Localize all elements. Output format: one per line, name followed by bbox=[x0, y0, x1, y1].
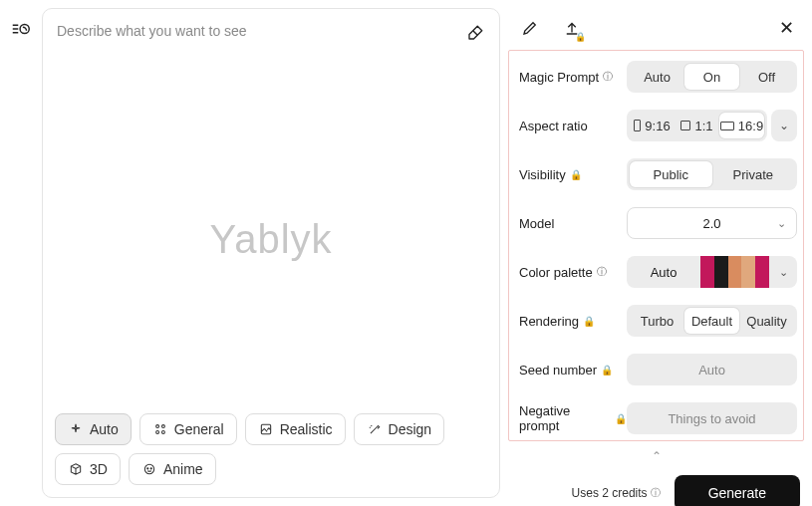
image-icon bbox=[258, 421, 274, 437]
seg-magic-prompt: Auto On Off bbox=[627, 61, 797, 93]
cube-icon bbox=[68, 461, 84, 477]
svg-point-2 bbox=[161, 425, 164, 428]
pencil-icon[interactable] bbox=[518, 16, 542, 40]
label-seed: Seed number bbox=[519, 363, 597, 378]
info-icon[interactable]: ⓘ bbox=[603, 70, 613, 84]
upload-icon[interactable]: 🔒 bbox=[560, 16, 584, 40]
grid-icon bbox=[152, 421, 168, 437]
aspect-1-1[interactable]: 1:1 bbox=[675, 113, 719, 138]
magic-prompt-off[interactable]: Off bbox=[739, 64, 794, 90]
collapse-icon[interactable]: ⌃ bbox=[508, 449, 804, 463]
label-visibility: Visibility bbox=[519, 167, 566, 182]
palette-caret-icon[interactable]: ⌄ bbox=[769, 256, 797, 288]
logo-icon bbox=[10, 18, 32, 506]
svg-point-6 bbox=[144, 464, 153, 473]
swatch-5 bbox=[755, 256, 769, 288]
label-rendering: Rendering bbox=[519, 314, 579, 329]
lock-icon: 🔒 bbox=[583, 316, 595, 327]
credits-text: Uses 2 credits ⓘ bbox=[572, 486, 661, 500]
watermark-text: Yablyk bbox=[209, 217, 332, 262]
swatch-1 bbox=[700, 256, 714, 288]
style-chips: Auto General Realistic Design bbox=[55, 413, 487, 485]
face-icon bbox=[141, 461, 157, 477]
svg-point-7 bbox=[147, 468, 148, 469]
palette-swatch[interactable] bbox=[700, 256, 769, 288]
info-icon[interactable]: ⓘ bbox=[651, 486, 661, 500]
row-seed: Seed number 🔒 bbox=[519, 354, 797, 385]
magic-prompt-auto[interactable]: Auto bbox=[630, 64, 684, 90]
row-model: Model 2.0 ⌄ bbox=[519, 207, 797, 239]
visibility-public[interactable]: Public bbox=[630, 161, 712, 187]
seed-input[interactable] bbox=[627, 354, 797, 385]
sparkle-icon bbox=[68, 421, 84, 437]
footer: Uses 2 credits ⓘ Generate bbox=[508, 463, 804, 506]
style-chip-3d[interactable]: 3D bbox=[55, 453, 121, 485]
seg-rendering: Turbo Default Quality bbox=[627, 305, 797, 337]
portrait-icon bbox=[634, 120, 641, 131]
swatch-3 bbox=[728, 256, 742, 288]
chip-label: Anime bbox=[163, 461, 203, 477]
prompt-row bbox=[43, 9, 499, 51]
aspect-9-16[interactable]: 9:16 bbox=[630, 113, 675, 138]
visibility-private[interactable]: Private bbox=[712, 161, 795, 187]
rendering-quality[interactable]: Quality bbox=[739, 308, 794, 334]
info-icon[interactable]: ⓘ bbox=[597, 265, 607, 279]
magic-prompt-on[interactable]: On bbox=[684, 64, 739, 90]
style-chip-general[interactable]: General bbox=[139, 413, 237, 445]
lock-icon: 🔒 bbox=[575, 32, 586, 42]
row-color-palette: Color palette ⓘ Auto ⌄ bbox=[519, 256, 797, 288]
model-value: 2.0 bbox=[702, 216, 720, 231]
row-visibility: Visibility 🔒 Public Private bbox=[519, 158, 797, 190]
seg-visibility: Public Private bbox=[627, 158, 797, 190]
top-icon-row: 🔒 ✕ bbox=[508, 8, 804, 50]
swatch-4 bbox=[741, 256, 755, 288]
prompt-input[interactable] bbox=[57, 23, 465, 39]
chip-label: Auto bbox=[90, 421, 119, 437]
left-gutter bbox=[0, 0, 42, 506]
chip-label: Design bbox=[389, 421, 432, 437]
label-aspect-ratio: Aspect ratio bbox=[519, 119, 588, 133]
rendering-turbo[interactable]: Turbo bbox=[630, 308, 684, 334]
row-rendering: Rendering 🔒 Turbo Default Quality bbox=[519, 305, 797, 337]
aspect-16-9[interactable]: 16:9 bbox=[719, 113, 764, 138]
swatch-2 bbox=[714, 256, 728, 288]
close-icon[interactable]: ✕ bbox=[774, 16, 798, 40]
lock-icon: 🔒 bbox=[601, 365, 613, 376]
prompt-panel: Yablyk Auto General Realistic bbox=[42, 8, 500, 498]
svg-point-0 bbox=[20, 24, 29, 33]
style-chip-auto[interactable]: Auto bbox=[55, 413, 132, 445]
seg-aspect-ratio: 9:16 1:1 16:9 bbox=[627, 110, 767, 141]
palette-auto-button[interactable]: Auto bbox=[627, 256, 700, 288]
aspect-more-icon[interactable]: ⌄ bbox=[771, 110, 797, 141]
style-chip-design[interactable]: Design bbox=[354, 413, 445, 445]
lock-icon: 🔒 bbox=[570, 169, 582, 180]
chip-label: Realistic bbox=[280, 421, 333, 437]
row-aspect-ratio: Aspect ratio 9:16 1:1 bbox=[519, 110, 797, 141]
svg-point-1 bbox=[155, 425, 158, 428]
rendering-default[interactable]: Default bbox=[684, 308, 739, 334]
landscape-icon bbox=[720, 122, 734, 130]
style-chip-realistic[interactable]: Realistic bbox=[245, 413, 346, 445]
chevron-down-icon: ⌄ bbox=[777, 217, 786, 230]
app-root: Yablyk Auto General Realistic bbox=[0, 0, 812, 506]
negative-input[interactable] bbox=[627, 402, 797, 434]
label-magic-prompt: Magic Prompt bbox=[519, 70, 599, 85]
settings-panel: 🔒 ✕ Magic Prompt ⓘ Auto On Off bbox=[500, 0, 812, 506]
chip-label: General bbox=[174, 421, 224, 437]
label-negative: Negative prompt bbox=[519, 403, 611, 433]
model-select[interactable]: 2.0 ⌄ bbox=[627, 207, 797, 239]
generate-button[interactable]: Generate bbox=[675, 475, 800, 506]
chip-label: 3D bbox=[90, 461, 108, 477]
label-color-palette: Color palette bbox=[519, 265, 593, 280]
svg-rect-5 bbox=[261, 424, 270, 433]
svg-point-4 bbox=[161, 430, 164, 433]
style-chip-anime[interactable]: Anime bbox=[129, 453, 216, 485]
settings-box: Magic Prompt ⓘ Auto On Off Aspect ratio bbox=[508, 50, 804, 441]
label-model: Model bbox=[519, 216, 554, 231]
eraser-icon[interactable] bbox=[465, 23, 485, 43]
magic-icon bbox=[367, 421, 383, 437]
square-icon bbox=[680, 121, 690, 130]
row-magic-prompt: Magic Prompt ⓘ Auto On Off bbox=[519, 61, 797, 93]
svg-point-3 bbox=[155, 430, 158, 433]
svg-point-8 bbox=[150, 468, 151, 469]
